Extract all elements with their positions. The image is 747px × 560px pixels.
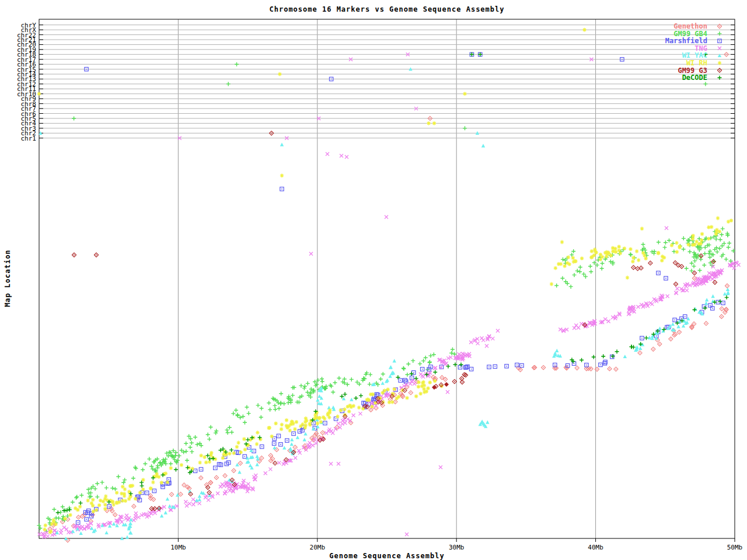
x-axis-label: Genome Sequence Assembly [39, 552, 735, 560]
scatter-plot: 10Mb20Mb30Mb40Mb50MbchrYchrXchr22chr21ch… [0, 0, 747, 560]
x-tick-label: 30Mb [449, 544, 465, 551]
series-genethon [48, 52, 729, 542]
x-tick-label: 20Mb [310, 544, 326, 551]
legend-label-decode: DeCODE [682, 74, 707, 82]
x-tick-label: 10Mb [170, 544, 186, 551]
series-gm99-g3 [72, 131, 717, 511]
row-label-chr1: chr1 [21, 135, 37, 142]
legend: GenethonGM99 GB4MarshfieldTNGWI YACWI RH… [665, 22, 722, 82]
x-tick-label: 50Mb [727, 544, 743, 551]
chart-figure: Chromosome 16 Markers vs Genome Sequence… [0, 0, 747, 560]
plot-frame [39, 19, 735, 538]
x-axis-ticks: 10Mb20Mb30Mb40Mb50Mb [170, 538, 742, 551]
legend-marker-star-icon [718, 61, 721, 65]
series-decode [56, 52, 729, 514]
series-tng [38, 52, 741, 538]
x-tick-label: 40Mb [588, 544, 603, 551]
legend-marker-diamond-icon [717, 68, 721, 72]
grid [39, 19, 735, 538]
chromosome-labels: chrYchrXchr22chr21chr20chr19chr18chr17ch… [17, 22, 36, 142]
